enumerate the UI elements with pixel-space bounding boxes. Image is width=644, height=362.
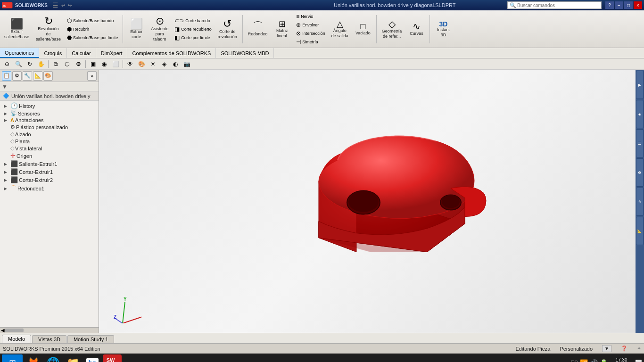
tree-item-cut1[interactable]: ▶ ⬛ Cortar-Extruir1: [0, 168, 99, 176]
tab-croquis[interactable]: Croquis: [39, 48, 67, 58]
hole-wizard-btn[interactable]: ⊙ Asistenteparataladro: [149, 15, 171, 43]
config-manager-btn[interactable]: 🔧: [23, 71, 32, 81]
tree-item-material[interactable]: ⚙ Plástico personalizado: [0, 123, 99, 131]
ref-geometry-btn[interactable]: ◇ Geometríade refer...: [380, 16, 405, 43]
wrap-btn[interactable]: ⊛ Envolver: [294, 21, 327, 29]
tree-item-extrude1[interactable]: ▶ ⬛ Saliente-Extruir1: [0, 160, 99, 168]
mode-dropdown-btn[interactable]: ▼: [602, 345, 611, 352]
help-btn-status[interactable]: ❓: [621, 346, 627, 352]
scenes-btn[interactable]: ☀: [148, 59, 158, 69]
taskbar-chrome-btn[interactable]: 🌐: [43, 354, 62, 362]
revolve-base-btn[interactable]: ↻ Revolucióndesaliente/base: [33, 15, 63, 43]
tree-item-sensors[interactable]: ▶ 📡 Sensores: [0, 110, 99, 117]
tab-calcular[interactable]: Calcular: [67, 48, 96, 58]
cut2-icon: ⬛: [10, 176, 18, 183]
minimize-btn[interactable]: −: [615, 1, 623, 9]
tree-item-history[interactable]: ▶ 🕐 History: [0, 102, 99, 110]
wireframe-btn[interactable]: ⬜: [110, 59, 121, 69]
extrude-base-btn[interactable]: ⬛ Extruirsaliente/base: [2, 16, 32, 43]
taskbar-explorer-btn[interactable]: 📁: [63, 354, 82, 362]
tab-dimxpert[interactable]: DimXpert: [96, 48, 128, 58]
tree-item-top[interactable]: ◇ Planta: [0, 138, 99, 145]
tab-motion[interactable]: Motion Study 1: [67, 335, 114, 343]
show-desktop-btn[interactable]: ⬜: [635, 360, 642, 362]
dim-xpert-btn[interactable]: 📐: [33, 71, 42, 81]
tab-complementos[interactable]: Complementos de SOLIDWORKS: [127, 48, 216, 58]
loft-base-btn[interactable]: ⬢ Recubrir: [65, 25, 120, 33]
restore-btn[interactable]: □: [624, 1, 633, 9]
tree-item-right[interactable]: ◇ Vista lateral: [0, 145, 99, 152]
right-tab-2[interactable]: ◈: [636, 100, 644, 128]
taskbar-hp-btn[interactable]: hp: [83, 354, 102, 362]
tree-item-front[interactable]: ◇ Alzado: [0, 131, 99, 138]
hscroll-thumb[interactable]: [5, 329, 24, 332]
draft-icon: △: [337, 20, 343, 28]
right-tab-4[interactable]: ⚙: [636, 158, 644, 187]
tab-3dviews[interactable]: Vistas 3D: [32, 335, 66, 343]
taskbar-solidworks-btn[interactable]: SW2015: [103, 354, 122, 362]
shading-btn[interactable]: ◉: [99, 59, 109, 69]
tree-item-fillet1[interactable]: ▶ ⌒ Redondeo1: [0, 184, 99, 193]
help-btn[interactable]: ?: [605, 1, 614, 9]
right-tab-1[interactable]: ▶: [636, 71, 644, 99]
instant3d-btn[interactable]: 3D Instant3D: [433, 16, 454, 43]
zoom-area-btn[interactable]: 🔍: [13, 59, 24, 69]
pan-btn[interactable]: ✋: [36, 59, 46, 69]
taskbar-firefox-btn[interactable]: 🦊: [24, 354, 42, 362]
network-icon[interactable]: 📶: [580, 359, 588, 362]
left-panel-hscroll[interactable]: ◀: [0, 327, 99, 333]
tab-model[interactable]: Modelo: [2, 335, 31, 343]
extrude-cut-btn[interactable]: ⬜ Extruircorte: [126, 16, 147, 43]
tree-item-origin[interactable]: ✛ Origen: [0, 152, 99, 160]
tree-item-cut2[interactable]: ▶ ⬛ Cortar-Extruir2: [0, 176, 99, 184]
volume-icon[interactable]: 🔊: [590, 359, 598, 362]
sweep-cut-btn[interactable]: ⊂⊃ Corte barrido: [173, 16, 214, 25]
boundary-base-btn[interactable]: ⬣ Saliente/Base por límite: [65, 33, 120, 42]
rib-btn[interactable]: ≡ Nervio: [294, 12, 327, 21]
pattern-btn[interactable]: ⊞ Matrizlineal: [272, 18, 292, 40]
right-tab-3[interactable]: ☰: [636, 129, 644, 157]
feature-manager-btn[interactable]: 📋: [2, 71, 11, 81]
property-manager-btn[interactable]: ⚙: [12, 71, 22, 81]
zoom-fit-btn[interactable]: ⊙: [2, 59, 12, 69]
draft-btn[interactable]: △ Ángulode salida: [329, 18, 351, 40]
display-manager-btn[interactable]: 🎨: [43, 71, 53, 81]
shell-btn[interactable]: □ Vaciado: [353, 21, 373, 37]
scroll-left-btn[interactable]: ◀: [1, 328, 5, 333]
camera-btn[interactable]: 📷: [182, 59, 192, 69]
search-input[interactable]: [517, 3, 593, 8]
section-view-btn[interactable]: ⬡: [62, 59, 72, 69]
viewport[interactable]: X Y Z: [99, 70, 636, 333]
view-settings-btn[interactable]: ⚙: [73, 59, 83, 69]
right-tab-5[interactable]: ✎: [636, 188, 644, 216]
expand-panel-btn[interactable]: »: [87, 71, 97, 81]
boundary-cut-btn[interactable]: ◧ Corte por límite: [173, 33, 214, 42]
start-button[interactable]: ⊞: [2, 354, 23, 362]
std-views-btn[interactable]: ⧉: [50, 59, 61, 69]
undo-btn[interactable]: ↩: [61, 3, 65, 8]
close-btn[interactable]: ×: [634, 1, 642, 9]
shadows-btn[interactable]: ◐: [170, 59, 181, 69]
tab-mbd[interactable]: SOLIDWORKS MBD: [216, 48, 274, 58]
tree-item-annotations[interactable]: ▶ A Anotaciones: [0, 117, 99, 123]
display-style-btn[interactable]: ▣: [88, 59, 98, 69]
editing-status: Editando Pieza: [515, 346, 550, 352]
curves-btn[interactable]: ∿ Curvas: [406, 16, 427, 43]
expand-icon: ▶: [4, 111, 9, 116]
fillet-btn[interactable]: ⌒ Redondeo: [246, 16, 270, 43]
right-tab-6[interactable]: 📐: [636, 217, 644, 245]
redo-btn[interactable]: ↪: [68, 3, 72, 8]
intersect-btn[interactable]: ⊗ Intersección: [294, 29, 327, 38]
sweep-base-btn[interactable]: ⬡ Saliente/Base barrido: [65, 16, 120, 25]
tab-operaciones[interactable]: Operaciones: [0, 48, 39, 58]
search-bar[interactable]: 🔍: [507, 1, 602, 9]
realview-btn[interactable]: ◈: [159, 59, 169, 69]
rotate-btn[interactable]: ↻: [25, 59, 35, 69]
hide-show-btn[interactable]: 👁: [125, 59, 135, 69]
mirror-btn[interactable]: ⊣ Simetría: [294, 38, 327, 46]
appearances-btn[interactable]: 🎨: [136, 59, 147, 69]
quick-access-btn[interactable]: ☰: [52, 1, 58, 9]
loft-cut-btn[interactable]: ◨ Corte recubierto: [173, 25, 214, 33]
expand-icon: ▶: [4, 170, 9, 174]
revolve-cut-btn[interactable]: ↺ Corte derevolución: [215, 16, 239, 43]
